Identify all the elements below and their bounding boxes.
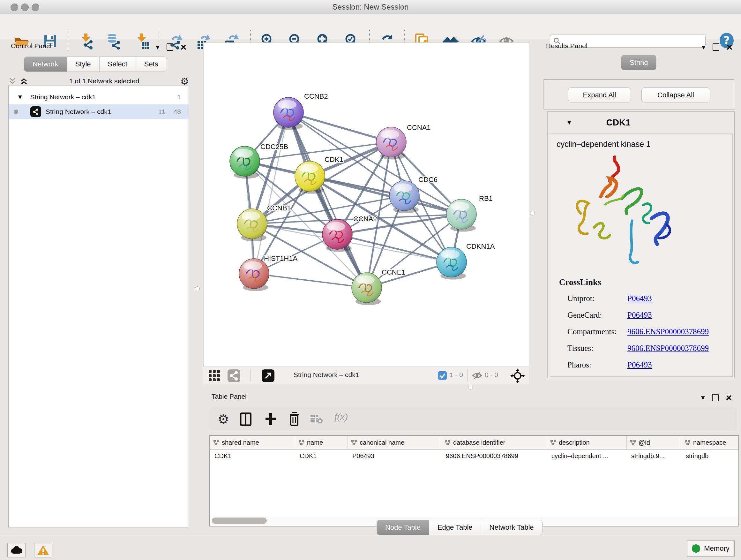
fit-selected-crosshair-icon[interactable] [510,368,525,384]
import-network-file-icon[interactable] [78,33,95,50]
control-panel-tabs: NetworkStyleSelectSets [24,57,167,72]
edge-CCNB2-CCNE1[interactable] [288,112,367,288]
edge-CCNB2-CCNA1[interactable] [288,112,391,142]
panel-float-icon[interactable]: ▼ [701,395,705,401]
crosslink-link[interactable]: 9606.ENSP00000378699 [627,327,709,336]
import-table-file-icon[interactable] [134,33,151,50]
table-cell: stringdb:9... [627,452,681,460]
table-options-gear-icon[interactable]: ⚙ [218,412,229,427]
crosslink-row: GeneCard:P06493 [567,307,727,323]
table-cell: 9606.ENSP00000378699 [441,452,547,460]
tab-string[interactable]: String [621,55,657,70]
node-label-CCNE1: CCNE1 [382,268,406,276]
crosslink-link[interactable]: P06493 [627,294,652,303]
node-RB1[interactable] [447,199,476,232]
grid-view-icon[interactable] [208,369,221,383]
tab-sets[interactable]: Sets [136,57,167,72]
panel-float-icon[interactable]: ▼ [156,44,159,50]
expand-all-button[interactable]: Expand All [568,87,631,103]
node-CCNB1[interactable] [237,209,267,241]
network-graph[interactable]: CCNB2CCNA1CDC25BCDK1CDC6RB1CCNB1CCNA2CDK… [204,43,529,367]
node-HIST1H1A[interactable] [239,259,269,291]
network-view-title: String Network – cdk1 [293,371,359,379]
panel-close-icon[interactable] [180,44,186,50]
left-splitter-handle[interactable] [195,287,200,291]
crosslink-row: Pharos:P06493 [567,357,727,373]
add-column-icon[interactable] [264,413,277,427]
tab-edge-table[interactable]: Edge Table [429,520,481,535]
panel-close-icon[interactable] [726,44,732,50]
toolbar-separator [68,30,68,50]
network-options-gear-icon[interactable]: ⚙ [180,76,189,87]
scrollbar-thumb[interactable] [212,517,267,524]
node-CDC6[interactable] [389,181,419,213]
crosslink-link[interactable]: 9606.ENSP00000378699 [627,344,709,353]
network-label: String Network – cdk1 [46,108,158,116]
warning-icon [37,545,49,556]
column-header-name[interactable]: name [295,436,348,449]
network-collection-row[interactable]: ▼ String Network – cdk1 1 [9,90,189,105]
memory-button[interactable]: Memory [687,541,735,557]
expand-all-icon[interactable] [20,77,28,85]
column-header-description[interactable]: description [547,436,627,449]
cytoscape-window: Session: New Session [0,0,741,560]
tab-network-table[interactable]: Network Table [481,520,542,535]
panel-close-icon[interactable] [726,395,731,401]
network-node-count: 11 [158,108,165,116]
table-cell: cyclin–dependent ... [547,452,627,460]
column-header-namespace[interactable]: namespace [681,436,738,449]
tab-select[interactable]: Select [99,57,136,72]
node-label-HIST1H1A: HIST1H1A [264,254,297,262]
panel-maximize-icon[interactable] [712,394,719,401]
crosslink-row: Uniprot:P06493 [567,290,727,307]
import-network-database-icon[interactable] [105,33,122,50]
network-tree: ▼ String Network – cdk1 1 String Network… [8,85,189,527]
entry-header[interactable]: ▼ CDK1 [548,112,734,133]
results-panel-controls: ▼ [702,44,732,51]
tab-network[interactable]: Network [24,57,67,72]
panel-maximize-icon[interactable] [713,44,719,51]
cloud-status-button[interactable] [7,543,25,557]
toolbar-separator [468,369,468,382]
network-row[interactable]: String Network – cdk1 11 48 [9,105,189,119]
column-header-shared-name[interactable]: shared name [210,436,295,449]
detach-view-icon[interactable] [262,369,274,383]
string-network-icon [30,106,41,117]
node-CCNE1[interactable] [352,273,382,305]
delete-column-icon[interactable] [288,412,300,427]
collection-expander-icon[interactable]: ▼ [18,94,22,100]
node-label-CDC6: CDC6 [418,176,437,184]
table-header-row: shared namenamecanonical namedatabase id… [210,436,738,449]
column-header-@id[interactable]: @id [627,436,681,449]
edge-CCNB2-HIST1H1A[interactable] [254,112,288,273]
panel-maximize-icon[interactable] [166,44,173,51]
node-CCNA1[interactable] [376,127,406,160]
column-header-database-identifier[interactable]: database identifier [441,436,547,449]
panel-float-icon[interactable]: ▼ [702,44,705,50]
bottom-splitter-handle[interactable] [468,385,473,389]
network-canvas[interactable]: CCNB2CCNA1CDC25BCDK1CDC6RB1CCNB1CCNA2CDK… [203,43,529,367]
main-toolbar: ? [0,14,741,39]
node-CDKN1A[interactable] [436,247,467,280]
edge-HIST1H1A-CCNE1[interactable] [254,273,367,288]
column-header-canonical-name[interactable]: canonical name [348,436,441,449]
show-columns-icon[interactable] [240,413,252,427]
selected-checkbox-icon[interactable] [438,371,447,381]
collapse-all-button[interactable]: Collapse All [642,87,710,103]
crosslink-link[interactable]: P06493 [627,311,652,320]
table-row[interactable]: CDK1CDK1P064939606.ENSP00000378699cyclin… [210,449,738,462]
tab-style[interactable]: Style [67,57,99,72]
node-label-CCNA1: CCNA1 [407,124,431,132]
right-splitter-handle[interactable] [530,211,535,215]
node-CDC25B[interactable] [230,146,260,179]
crosslink-link[interactable]: P06493 [627,361,652,369]
string-view-icon[interactable] [227,369,240,383]
table-cell: CDK1 [210,452,295,460]
node-CDK1[interactable] [295,161,325,194]
network-view-toolbar: String Network – cdk1 1 - 0 0 - 0 [203,367,529,384]
entry-expander-icon[interactable]: ▼ [567,120,571,125]
collapse-all-icon[interactable] [8,77,17,85]
warning-status-button[interactable] [34,543,52,557]
tab-node-table[interactable]: Node Table [377,520,429,535]
crosslink-label: Tissues: [567,344,627,353]
